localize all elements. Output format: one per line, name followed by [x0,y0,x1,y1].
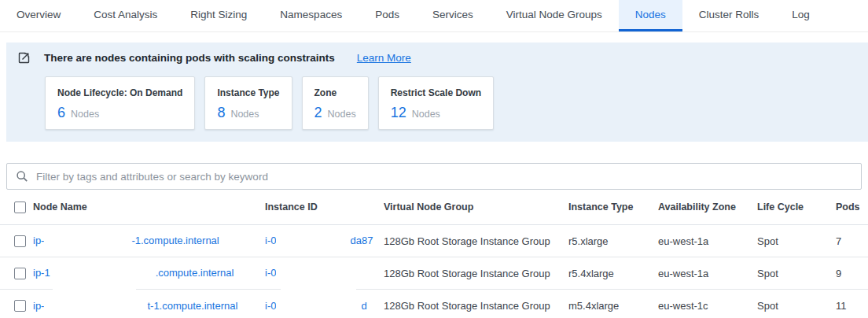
vng-cell: 128Gb Root Storage Instance Group [384,268,568,279]
filter-bar [6,163,862,190]
row-checkbox[interactable] [14,235,26,247]
node-name-link[interactable]: ip-t-1.compute.internal [33,300,237,312]
card-value: 8 [217,105,225,120]
select-all-checkbox[interactable] [14,202,26,213]
col-pods: Pods [836,202,868,213]
table-row: ip-t-1.compute.internal i-0d 128Gb Root … [0,290,868,318]
redaction-box [44,236,131,247]
availability-zone-cell: eu-west-1a [658,235,757,247]
tab-nodes[interactable]: Nodes [619,0,682,31]
card-value: 12 [391,105,406,120]
card-value: 2 [314,105,322,120]
search-icon [16,170,28,183]
card-unit: Nodes [230,109,259,120]
tab-cost-analysis[interactable]: Cost Analysis [77,0,174,31]
availability-zone-cell: eu-west-1a [658,268,757,279]
card-title: Zone [314,87,356,98]
col-virtual-node-group: Virtual Node Group [384,202,568,213]
instance-id-link[interactable]: i-0da87 [265,235,373,246]
nodes-table: Node Name Instance ID Virtual Node Group… [0,190,868,318]
col-node-name: Node Name [33,202,265,213]
banner-message: There are nodes containing pods with sca… [44,52,335,64]
redaction-box [276,301,361,312]
tab-services[interactable]: Services [416,0,490,31]
redaction-box [276,236,350,247]
instance-type-cell: r5.xlarge [568,235,658,247]
col-availability-zone: Availability Zone [658,202,757,213]
tab-log[interactable]: Log [775,0,826,31]
card-title: Instance Type [217,87,279,98]
node-name-link[interactable]: ip-1.compute.internal [33,267,234,279]
constraint-cards: Node Lifecycle: On Demand 6Nodes Instanc… [45,76,855,130]
col-life-cycle: Life Cycle [757,202,836,213]
redaction-box [53,287,136,290]
row-checkbox[interactable] [14,268,26,279]
scale-constraint-icon [17,51,31,65]
tab-namespaces[interactable]: Namespaces [263,0,359,31]
tab-pods[interactable]: Pods [359,0,416,31]
col-instance-type: Instance Type [568,202,658,213]
instance-type-cell: r5.4xlarge [568,268,658,279]
instance-type-cell: m5.4xlarge [568,300,658,312]
card-zone[interactable]: Zone 2Nodes [302,76,369,130]
pods-cell: 7 [836,235,868,247]
card-unit: Nodes [328,109,356,120]
availability-zone-cell: eu-west-1c [658,300,757,312]
redaction-box [50,268,156,279]
learn-more-link[interactable]: Learn More [357,52,411,64]
redaction-box [44,301,147,312]
life-cycle-cell: Spot [757,300,836,312]
node-name-link[interactable]: ip--1.compute.internal [33,235,219,246]
tab-overview[interactable]: Overview [0,0,77,31]
search-input[interactable] [36,171,852,183]
table-row: ip--1.compute.internal i-0da87 128Gb Roo… [0,225,868,257]
life-cycle-cell: Spot [757,235,836,247]
tab-cluster-rolls[interactable]: Cluster Rolls [682,0,776,31]
pods-cell: 11 [836,300,868,312]
pods-cell: 9 [836,268,868,279]
table-header-row: Node Name Instance ID Virtual Node Group… [0,190,868,225]
table-row: ip-1.compute.internal i-0 128Gb Root Sto… [0,257,868,290]
card-unit: Nodes [412,109,440,120]
card-unit: Nodes [71,109,99,120]
card-title: Restrict Scale Down [391,87,481,98]
card-title: Node Lifecycle: On Demand [57,87,182,98]
tab-right-sizing[interactable]: Right Sizing [174,0,263,31]
redaction-box [276,268,360,279]
card-restrict-scale-down[interactable]: Restrict Scale Down 12Nodes [378,76,494,130]
vng-cell: 128Gb Root Storage Instance Group [384,300,568,312]
tab-bar: Overview Cost Analysis Right Sizing Name… [0,0,868,32]
instance-id-link[interactable]: i-0d [265,300,367,312]
vng-cell: 128Gb Root Storage Instance Group [384,235,568,247]
row-checkbox[interactable] [14,300,26,312]
life-cycle-cell: Spot [757,268,836,279]
card-node-lifecycle[interactable]: Node Lifecycle: On Demand 6Nodes [45,76,195,130]
card-value: 6 [57,105,65,120]
col-instance-id: Instance ID [265,202,384,213]
tab-virtual-node-groups[interactable]: Virtual Node Groups [490,0,619,31]
redaction-box [281,287,356,290]
instance-id-link[interactable]: i-0 [265,267,360,279]
card-instance-type[interactable]: Instance Type 8Nodes [204,76,292,130]
scaling-constraints-banner: There are nodes containing pods with sca… [6,43,868,142]
